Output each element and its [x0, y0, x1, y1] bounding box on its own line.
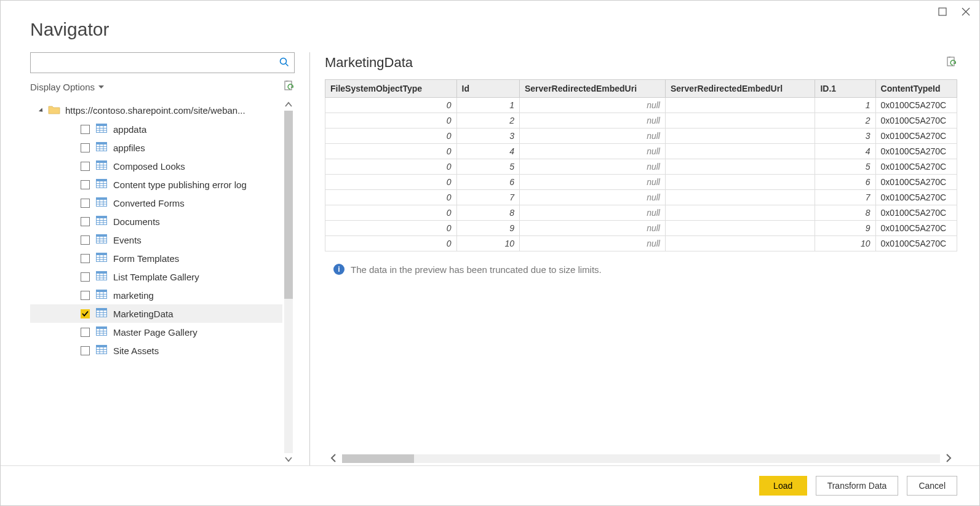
checkbox[interactable]: [81, 199, 90, 208]
table-cell: 9: [815, 221, 875, 236]
tree-item[interactable]: MarketingData: [30, 304, 282, 323]
table-cell: 6: [815, 175, 875, 190]
tree-scrollbar[interactable]: [282, 98, 295, 465]
table-cell: 0: [325, 98, 457, 113]
table-cell: 0: [325, 236, 457, 251]
cancel-button[interactable]: Cancel: [907, 476, 957, 496]
table-row[interactable]: 010null100x0100C5A270C: [325, 236, 957, 251]
table-icon: [96, 179, 107, 190]
svg-rect-7: [97, 124, 107, 127]
checkbox[interactable]: [81, 272, 90, 282]
table-cell: 3: [815, 128, 875, 144]
table-row[interactable]: 06null60x0100C5A270C: [325, 175, 957, 190]
table-cell: 1: [456, 98, 519, 113]
table-cell: 0x0100C5A270C: [875, 144, 957, 159]
table-icon: [96, 271, 107, 282]
tree-item[interactable]: Master Page Gallery: [30, 323, 282, 341]
table-cell: 9: [456, 221, 519, 236]
tree-item-label: List Template Gallery: [113, 272, 199, 282]
checkbox[interactable]: [81, 235, 90, 245]
tree-item[interactable]: Events: [30, 231, 282, 249]
preview-hscrollbar[interactable]: [325, 452, 957, 465]
load-button[interactable]: Load: [759, 476, 807, 496]
refresh-tree-icon[interactable]: [284, 81, 295, 93]
refresh-preview-icon[interactable]: [946, 57, 957, 69]
tree-item[interactable]: Composed Looks: [30, 157, 282, 175]
column-header[interactable]: Id: [456, 80, 519, 98]
info-icon: i: [333, 264, 345, 275]
preview-pane: MarketingData FileSystemObjectTypeIdServ…: [310, 52, 957, 465]
checkbox[interactable]: [81, 217, 90, 226]
table-cell: 4: [815, 144, 875, 159]
table-cell: 0: [325, 205, 457, 221]
table-row[interactable]: 09null90x0100C5A270C: [325, 221, 957, 236]
tree-item[interactable]: appfiles: [30, 138, 282, 157]
table-row[interactable]: 07null70x0100C5A270C: [325, 190, 957, 205]
scroll-thumb[interactable]: [284, 111, 293, 299]
checkbox[interactable]: [81, 328, 90, 337]
close-icon[interactable]: [960, 6, 972, 18]
column-header[interactable]: FileSystemObjectType: [325, 80, 457, 98]
expand-caret-icon[interactable]: [39, 108, 44, 113]
table-cell: 3: [456, 128, 519, 144]
table-cell: 5: [815, 159, 875, 175]
checkbox[interactable]: [81, 162, 90, 171]
maximize-icon[interactable]: [936, 6, 949, 18]
table-icon: [96, 216, 107, 227]
tree-item[interactable]: Site Assets: [30, 341, 282, 360]
scroll-left-icon[interactable]: [325, 453, 342, 465]
display-options-dropdown[interactable]: Display Options: [30, 82, 104, 92]
tree-item-label: MarketingData: [113, 309, 173, 319]
column-header[interactable]: ServerRedirectedEmbedUrl: [665, 80, 815, 98]
table-row[interactable]: 04null40x0100C5A270C: [325, 144, 957, 159]
column-header[interactable]: ContentTypeId: [875, 80, 957, 98]
svg-rect-19: [97, 161, 107, 164]
table-row[interactable]: 03null30x0100C5A270C: [325, 128, 957, 144]
table-cell: [665, 221, 815, 236]
scroll-right-icon[interactable]: [940, 453, 957, 465]
svg-rect-25: [97, 180, 107, 182]
table-cell: [665, 128, 815, 144]
svg-rect-37: [97, 216, 107, 219]
tree-root[interactable]: https://contoso.sharepoint.com/site/weba…: [30, 101, 282, 120]
checkbox[interactable]: [81, 143, 90, 152]
checkbox[interactable]: [81, 125, 90, 134]
column-header[interactable]: ID.1: [815, 80, 875, 98]
table-cell: 2: [815, 113, 875, 128]
hscroll-thumb[interactable]: [342, 454, 414, 463]
checkbox[interactable]: [81, 180, 90, 189]
svg-rect-31: [97, 198, 107, 200]
search-input[interactable]: [31, 53, 279, 73]
table-cell: 0: [325, 221, 457, 236]
table-row[interactable]: 02null20x0100C5A270C: [325, 113, 957, 128]
tree-item[interactable]: List Template Gallery: [30, 267, 282, 286]
checkbox[interactable]: [81, 346, 90, 355]
table-cell: 0x0100C5A270C: [875, 159, 957, 175]
table-row[interactable]: 08null80x0100C5A270C: [325, 205, 957, 221]
page-title: Navigator: [1, 1, 979, 52]
scroll-up-icon[interactable]: [285, 98, 292, 111]
table-cell: 0: [325, 190, 457, 205]
transform-data-button[interactable]: Transform Data: [816, 476, 899, 496]
table-cell: null: [519, 98, 665, 113]
table-row[interactable]: 05null50x0100C5A270C: [325, 159, 957, 175]
tree-item[interactable]: appdata: [30, 120, 282, 138]
column-header[interactable]: ServerRedirectedEmbedUri: [519, 80, 665, 98]
checkbox[interactable]: [81, 291, 90, 300]
tree-item[interactable]: marketing: [30, 286, 282, 304]
footer: Load Transform Data Cancel: [1, 465, 979, 505]
checkbox[interactable]: [81, 254, 90, 263]
tree-item[interactable]: Form Templates: [30, 249, 282, 267]
search-icon[interactable]: [279, 57, 294, 69]
svg-rect-67: [97, 309, 107, 311]
tree-item[interactable]: Documents: [30, 212, 282, 231]
table-cell: 0x0100C5A270C: [875, 113, 957, 128]
tree-item[interactable]: Converted Forms: [30, 194, 282, 212]
scroll-down-icon[interactable]: [285, 453, 292, 465]
search-box[interactable]: [30, 52, 295, 73]
tree-item[interactable]: Content type publishing error log: [30, 175, 282, 194]
table-row[interactable]: 01null10x0100C5A270C: [325, 98, 957, 113]
table-cell: 0x0100C5A270C: [875, 221, 957, 236]
svg-rect-55: [97, 272, 107, 274]
checkbox[interactable]: [81, 309, 90, 318]
